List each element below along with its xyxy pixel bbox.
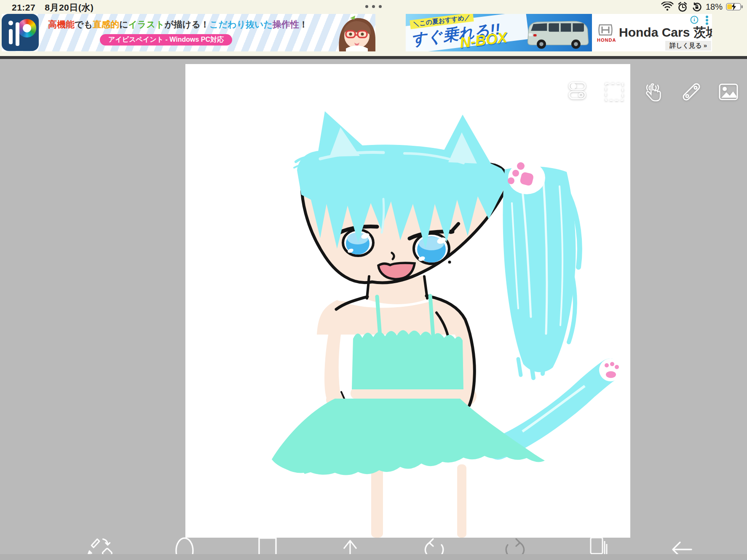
status-date: 8月20日(水) xyxy=(45,3,94,12)
orientation-lock-icon xyxy=(691,1,702,12)
ruler-tool-icon[interactable] xyxy=(682,82,701,102)
status-time: 21:27 xyxy=(12,3,35,12)
honda-ad-visual: ＼この夏おすすめ／ すぐ乗れる!! N-BOX xyxy=(406,14,592,51)
ad-headline: 高機能でも直感的にイラストが描ける！こだわり抜いた操作性！ xyxy=(48,19,284,30)
honda-dealer-name: Honda Cars 茨城 xyxy=(619,24,712,41)
home-indicator-strip xyxy=(0,554,747,560)
honda-brand: HONDA xyxy=(597,38,616,43)
status-bar: 21:278月20日(水) xyxy=(0,0,747,14)
multitask-dots-icon[interactable] xyxy=(365,5,382,8)
header-bar: 21:278月20日(水) xyxy=(0,0,747,56)
ad-banner-honda[interactable]: ＼この夏おすすめ／ すぐ乗れる!! N-BOX xyxy=(406,14,712,51)
ad-banner-ibispaint[interactable]: 高機能でも直感的にイラストが描ける！こだわり抜いた操作性！ アイビスペイント -… xyxy=(2,14,375,51)
image-import-icon[interactable] xyxy=(718,81,739,103)
battery-percent: 18% xyxy=(706,2,723,12)
ad-button[interactable]: アイビスペイント - Windows PC対応 xyxy=(100,34,232,46)
header-divider xyxy=(0,56,747,59)
ad-info-icon[interactable] xyxy=(690,16,699,24)
cat-girl-drawing xyxy=(185,64,630,538)
honda-logo xyxy=(598,23,613,37)
car-image xyxy=(525,16,592,50)
quick-toggles-icon[interactable] xyxy=(568,81,586,100)
battery-icon xyxy=(726,3,744,11)
wifi-icon xyxy=(661,2,674,12)
app-screen: 21:278月20日(水) xyxy=(0,0,747,560)
honda-ad-info: HONDA Honda Cars 茨城 詳しく見る » xyxy=(592,14,712,51)
selection-tool-icon[interactable] xyxy=(604,82,624,102)
ad-menu-dots-icon[interactable] xyxy=(705,15,709,25)
drawing-canvas[interactable] xyxy=(185,64,630,538)
tail-paw xyxy=(599,359,622,381)
ad-character xyxy=(335,14,375,51)
alarm-icon xyxy=(677,1,688,12)
hand-tool-icon[interactable] xyxy=(642,81,663,103)
ibispaint-logo xyxy=(2,14,39,51)
ad-cta-button[interactable]: 詳しく見る » xyxy=(665,41,711,51)
